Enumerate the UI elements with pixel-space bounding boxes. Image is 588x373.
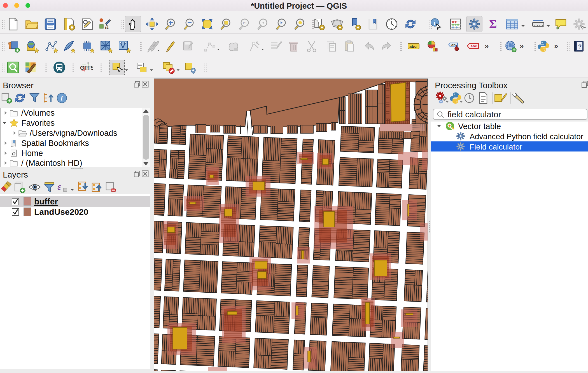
svg-text:»: » <box>520 42 524 50</box>
svg-text:Σ: Σ <box>489 18 497 31</box>
svg-text:i: i <box>61 95 63 102</box>
svg-text:ab: ab <box>451 43 456 47</box>
svg-text:1:1: 1:1 <box>242 21 247 25</box>
svg-text:abc: abc <box>471 44 477 48</box>
svg-text:ε: ε <box>57 181 61 192</box>
svg-text:»: » <box>554 42 558 50</box>
svg-text:i: i <box>434 19 435 26</box>
svg-text:?: ? <box>578 43 582 50</box>
svg-text:abc: abc <box>409 44 417 49</box>
svg-text:»: » <box>485 42 489 50</box>
svg-text:GTFS: GTFS <box>80 65 93 71</box>
